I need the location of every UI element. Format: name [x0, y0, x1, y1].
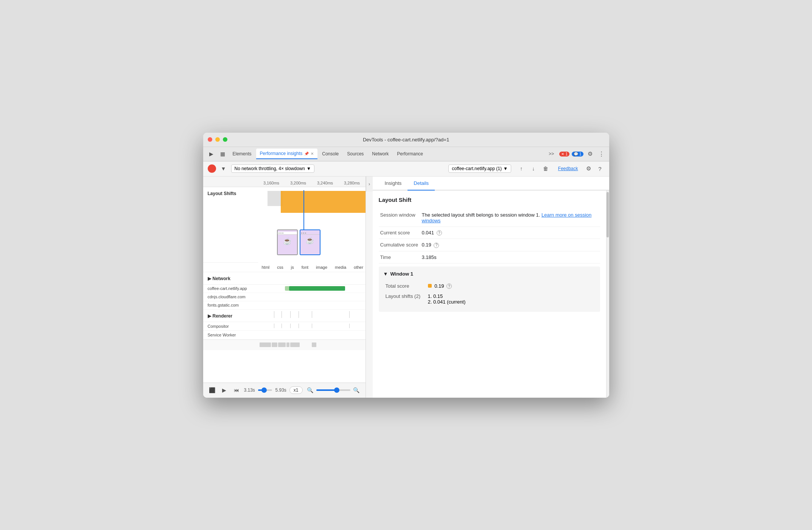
error-badge: ✕1	[559, 152, 569, 157]
tab-sources-label: Sources	[347, 151, 364, 157]
mini-timeline	[203, 339, 366, 350]
settings-icon[interactable]: ⚙	[586, 149, 595, 158]
url-dropdown[interactable]: coffee-cart.netlify.app (1) ▼	[448, 164, 511, 173]
current-score-label: Current score	[379, 226, 420, 239]
network-row-0-bar-area	[258, 285, 366, 291]
current-score-help-icon[interactable]: ?	[437, 230, 442, 236]
window1-header: ▼ Window 1	[383, 271, 596, 277]
tab-elements[interactable]: Elements	[229, 149, 255, 159]
w1-row-total-score: Total score 0.19 ?	[384, 281, 595, 291]
current-score-value: 0.041 ?	[420, 226, 600, 239]
cumulative-score-help-icon[interactable]: ?	[434, 243, 439, 248]
tab-performance[interactable]: Performance	[393, 149, 427, 159]
window1-toggle-icon[interactable]: ▼	[383, 271, 388, 277]
tab-details[interactable]: Details	[408, 177, 435, 191]
tick-2	[290, 311, 291, 318]
play-icon[interactable]: ▶	[220, 386, 229, 395]
tab-performance-insights-label: Performance insights	[260, 151, 303, 156]
network-expand-icon[interactable]: ▶	[208, 276, 211, 281]
tick-4	[312, 311, 312, 318]
compositor-timeline	[258, 322, 366, 330]
time-start: 3.13s	[244, 387, 255, 393]
zoom-slider-thumb[interactable]	[334, 387, 339, 393]
main-area: 3,160ms 3,200ms 3,240ms 3,280ms Layout S…	[203, 177, 609, 398]
timeline-slider-thumb[interactable]	[261, 387, 267, 393]
more-options-icon[interactable]: ⋮	[597, 149, 606, 158]
tick-3	[299, 311, 299, 318]
throttling-dropdown[interactable]: No network throttling, 4× slowdown ▼	[231, 164, 314, 173]
close-button[interactable]	[208, 137, 212, 142]
time-label: Time	[379, 251, 420, 263]
mini-timeline-bars	[258, 340, 366, 350]
devtools-window: DevTools - coffee-cart.netlify.app/?ad=1…	[203, 133, 609, 398]
network-row-2-bar-area	[258, 302, 366, 308]
ruler-mark-0: 3,160ms	[258, 181, 285, 185]
ls-after-image: ☕	[300, 229, 320, 255]
service-worker-row: Service Worker	[203, 331, 366, 339]
renderer-expand-icon[interactable]: ▶	[208, 313, 211, 319]
network-row-0: coffee-cart.netlify.app	[203, 285, 366, 293]
zoom-in-icon[interactable]: 🔍	[352, 386, 361, 395]
speed-selector[interactable]: x1	[289, 386, 303, 394]
panel-collapse-arrow[interactable]: ›	[366, 177, 373, 192]
screenshot-icon[interactable]: ⬛	[208, 386, 217, 395]
network-row-0-label: coffee-cart.netlify.app	[203, 285, 258, 291]
mini-bar-0	[260, 342, 271, 347]
timeline-slider[interactable]	[258, 389, 272, 391]
download-icon[interactable]: ↓	[529, 164, 538, 174]
record-dropdown-icon[interactable]: ▼	[219, 164, 228, 173]
cursor-icon[interactable]: ▶	[206, 149, 217, 159]
zoom-out-icon[interactable]: 🔍	[306, 386, 315, 395]
tab-network-label: Network	[372, 151, 389, 157]
tab-network[interactable]: Network	[368, 149, 392, 159]
network-row-1-label: cdnjs.cloudflare.com	[203, 294, 258, 300]
window-title: DevTools - coffee-cart.netlify.app/?ad=1	[363, 137, 449, 143]
throttling-chevron: ▼	[306, 166, 311, 171]
details-row-current-score: Current score 0.041 ?	[379, 226, 600, 239]
w1-layout-shifts-label: Layout shifts (2)	[384, 291, 426, 307]
layout-shifts-timeline[interactable]: ☕ ☕	[258, 187, 366, 263]
tab-console[interactable]: Console	[318, 149, 342, 159]
window1-title: Window 1	[390, 271, 413, 277]
toolbar-help-icon[interactable]: ?	[596, 164, 605, 173]
total-score-help-icon[interactable]: ?	[446, 284, 452, 289]
tab-performance-label: Performance	[397, 151, 423, 157]
network-row-1-bar-area	[258, 294, 366, 300]
delete-icon[interactable]: 🗑	[541, 164, 551, 174]
tab-insights[interactable]: Insights	[379, 177, 408, 190]
ls-gray-bar	[268, 191, 283, 206]
legend-media-label: media	[335, 265, 346, 270]
upload-icon[interactable]: ↑	[516, 164, 526, 174]
right-scrollbar[interactable]	[606, 191, 609, 398]
feedback-link[interactable]: Feedback	[558, 166, 578, 171]
more-tabs-button[interactable]: >>	[547, 150, 555, 158]
record-button[interactable]	[208, 164, 216, 173]
maximize-button[interactable]	[223, 137, 227, 142]
tick-0	[274, 311, 274, 318]
renderer-label: ▶ Renderer	[203, 310, 258, 322]
minimize-button[interactable]	[215, 137, 220, 142]
mini-bar-3	[286, 342, 289, 347]
scrollbar-thumb[interactable]	[607, 192, 609, 237]
mini-bar-4	[290, 342, 300, 347]
skip-start-icon[interactable]: ⏮	[232, 386, 241, 395]
tab-close-icon[interactable]: ✕	[311, 152, 314, 156]
toolbar: ▼ No network throttling, 4× slowdown ▼ c…	[203, 161, 609, 177]
session-window-learn-more-link[interactable]: Learn more on session windows	[422, 212, 592, 223]
toolbar-settings-icon[interactable]: ⚙	[584, 164, 593, 173]
tab-performance-insights[interactable]: Performance insights 📌 ✕	[256, 149, 318, 159]
tab-sources[interactable]: Sources	[343, 149, 367, 159]
tab-console-label: Console	[322, 151, 339, 157]
titlebar: DevTools - coffee-cart.netlify.app/?ad=1	[203, 133, 609, 147]
compositor-label: Compositor	[203, 323, 258, 329]
zoom-slider-track[interactable]	[316, 389, 350, 391]
compositor-tick-3	[299, 324, 299, 328]
toolbar-right: ⚙ ?	[584, 164, 605, 173]
legend-js-label: js	[291, 265, 294, 270]
timeline-slider-track	[258, 389, 272, 391]
compositor-tick-1	[282, 324, 282, 328]
total-score-orange-dot	[428, 284, 432, 288]
device-icon[interactable]: ▦	[218, 149, 228, 159]
service-worker-label: Service Worker	[203, 332, 258, 338]
window1-table: Total score 0.19 ? Layout shifts (2)	[383, 280, 596, 308]
